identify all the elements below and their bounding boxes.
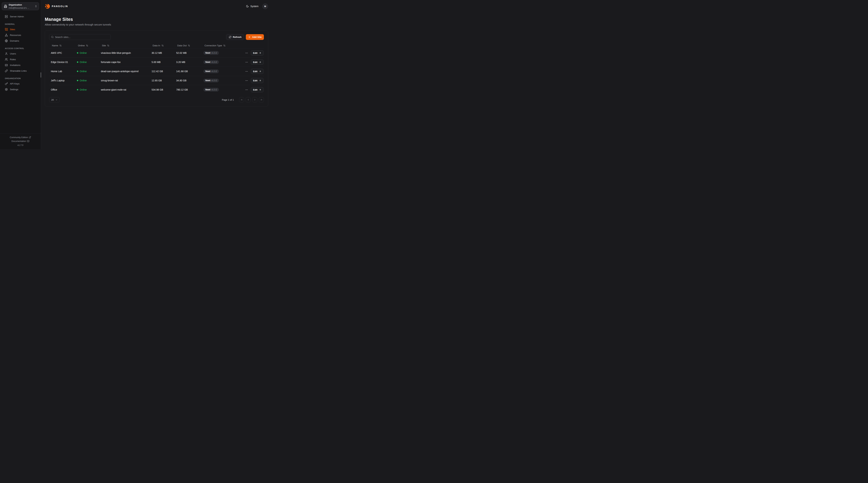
column-header-data-out[interactable]: Data Out [175,44,202,47]
building-icon [4,5,7,8]
page-size-select[interactable]: 20 [49,97,60,102]
sort-icon [223,44,225,47]
settings-icon [5,88,8,91]
connection-type-label: Newt [205,61,210,63]
sidebar-item-api-keys[interactable]: API Keys [2,81,39,87]
connection-type-label: Newt [205,79,210,82]
data-out-cell: 780.12 GB [175,88,202,91]
edit-button[interactable]: Edit [251,87,264,92]
add-site-button[interactable]: Add Site [246,34,264,40]
sidebar-item-server-admin[interactable]: Server Admin [2,14,39,20]
ticket-check-icon [5,64,8,67]
connection-badge: Newtv1.3.2 [204,88,219,92]
next-page-button[interactable] [252,97,257,102]
sidebar-item-shareable-links[interactable]: Shareable Links [2,68,39,74]
online-status-label: Online [80,52,87,54]
combine-icon [5,28,8,31]
connection-type-cell: Newtv1.3.2 [202,78,239,83]
row-menu-button[interactable] [245,88,248,92]
column-label: Data Out [177,44,187,47]
connection-version-label: v1.3.2 [212,79,217,82]
sites-table: NameOnlineSiteData InData OutConnection … [49,43,264,94]
data-in-cell: 5.00 MB [150,61,175,64]
edit-button[interactable]: Edit [251,69,264,74]
online-status-label: Online [80,70,87,73]
chevron-right-icon [254,99,256,101]
row-menu-button[interactable] [245,79,248,83]
avatar[interactable]: M [262,3,268,9]
version-label: v1.7.0 [0,143,41,147]
sidebar-item-label: Settings [10,88,19,91]
site-slug-cell: dead-san-joaquin-antelope-squirrel [99,70,150,73]
connection-badge: Newtv1.3.2 [204,69,219,73]
community-edition-link[interactable]: Community Edition [10,135,31,139]
data-in-cell: 30.12 MB [150,52,175,54]
column-header-site[interactable]: Site [99,44,150,47]
search-input[interactable] [55,36,109,38]
section-label: ORGANIZATION [2,77,39,79]
sidebar-footer: Community Edition Documentation v1.7.0 [0,134,41,149]
sort-icon [107,44,110,47]
column-header-connection-type[interactable]: Connection Type [202,44,239,47]
section-label: GENERAL [2,23,39,25]
data-in-cell: 112.42 GB [150,70,175,73]
sidebar-item-roles[interactable]: Roles [2,57,39,62]
online-status-cell: Online [75,61,99,64]
online-dot-icon [77,80,78,81]
sidebar-item-resources[interactable]: Resources [2,32,39,38]
community-edition-label: Community Edition [10,135,28,139]
documentation-link[interactable]: Documentation [11,139,29,143]
table-row: Home LabOnlinedead-san-joaquin-antelope-… [49,67,264,76]
edit-button[interactable]: Edit [251,60,264,65]
edit-label: Edit [253,52,258,54]
online-status-cell: Online [75,79,99,82]
data-out-cell: 3.20 MB [175,61,202,64]
sidebar-item-settings[interactable]: Settings [2,87,39,92]
online-status-label: Online [80,88,87,91]
data-in-cell: 534.98 GB [150,88,175,91]
connection-type-cell: Newtv1.3.2 [202,60,239,64]
users-icon [5,58,8,61]
online-dot-icon [77,52,78,54]
organization-text: Organization milo@fossorial.io's ... [9,3,33,9]
row-actions: Edit [239,87,264,92]
row-actions: Edit [239,60,264,65]
prev-page-button[interactable] [246,97,251,102]
organization-label: Organization [9,4,22,6]
organization-selector[interactable]: Organization milo@fossorial.io's ... [2,2,39,10]
edit-button[interactable]: Edit [251,50,264,56]
column-header-name[interactable]: Name [49,44,75,47]
key-icon [5,82,8,85]
chevrons-right-icon [260,99,262,101]
first-page-button[interactable] [239,97,244,102]
edit-label: Edit [253,61,258,64]
edit-button[interactable]: Edit [251,78,264,83]
link-icon [5,69,8,72]
pangolin-logo-icon [45,4,50,9]
site-slug-cell: fortunate-cape-fox [99,61,150,64]
sidebar-item-sites[interactable]: Sites [2,27,39,32]
site-name-cell: Jeff's Laptop [49,79,75,82]
theme-toggle[interactable]: System [246,5,258,8]
arrow-right-icon [259,70,261,72]
organization-value: milo@fossorial.io's ... [9,7,29,9]
row-menu-button[interactable] [245,51,248,55]
table-row: Jeff's LaptopOnlinesmug-brown-rat12.65 G… [49,76,264,85]
edit-label: Edit [253,79,258,82]
connection-version-label: v1.3.2 [212,52,217,54]
refresh-label: Refresh [233,36,242,38]
sidebar-item-users[interactable]: Users [2,51,39,57]
row-menu-button[interactable] [245,70,248,73]
table-row: Edge Device 01Onlinefortunate-cape-fox5.… [49,57,264,67]
column-header-online[interactable]: Online [75,44,99,47]
sidebar-item-invitations[interactable]: Invitations [2,62,39,68]
page-subtitle: Allow connectivity to your network throu… [45,23,268,26]
column-header-data-in[interactable]: Data In [150,44,175,47]
sidebar-resize-handle[interactable] [41,72,41,77]
last-page-button[interactable] [259,97,264,102]
refresh-button[interactable]: Refresh [226,34,244,40]
arrow-right-icon [259,79,261,82]
sort-icon [59,44,62,47]
row-menu-button[interactable] [245,60,248,64]
sidebar-item-domains[interactable]: Domains [2,38,39,44]
